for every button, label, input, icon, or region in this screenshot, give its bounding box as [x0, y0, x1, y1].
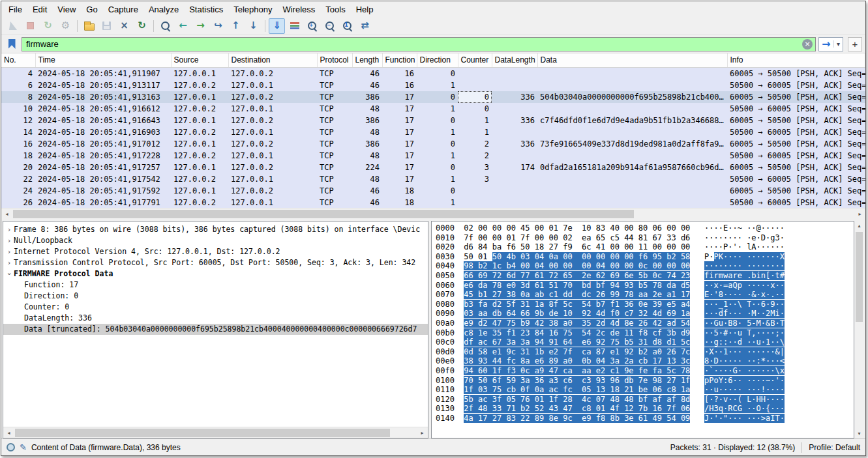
- hex-ascii-char[interactable]: n: [761, 271, 766, 280]
- hex-byte[interactable]: e1: [610, 347, 624, 356]
- hex-byte[interactable]: d1: [666, 337, 681, 347]
- column-header-function[interactable]: Function: [382, 53, 417, 67]
- hex-ascii-char[interactable]: ·: [719, 223, 723, 233]
- hex-ascii-char[interactable]: ·: [756, 281, 761, 290]
- hex-byte[interactable]: d6: [464, 242, 478, 251]
- hex-byte[interactable]: 3a: [506, 337, 520, 347]
- hex-byte[interactable]: b5: [624, 337, 638, 347]
- hex-ascii-char[interactable]: ·: [780, 281, 785, 290]
- hex-ascii-char[interactable]: g: [714, 337, 719, 347]
- hex-byte[interactable]: 00: [666, 261, 681, 270]
- hex-ascii-char[interactable]: H: [709, 404, 713, 413]
- hex-byte[interactable]: f6: [506, 242, 520, 251]
- column-header-counter[interactable]: Counter: [458, 53, 492, 67]
- hex-byte[interactable]: 5f: [506, 300, 520, 309]
- hex-byte[interactable]: 99: [610, 290, 624, 299]
- hex-byte[interactable]: 00: [582, 261, 596, 270]
- packet-row-24[interactable]: 242024-05-18 20:05:41,917592127.0.0.1127…: [1, 185, 865, 197]
- hex-byte[interactable]: 06: [653, 223, 667, 233]
- hex-ascii-char[interactable]: G: [732, 366, 737, 375]
- close-file-button[interactable]: ×: [116, 18, 132, 34]
- hex-ascii-char[interactable]: B: [770, 319, 775, 328]
- hex-byte[interactable]: 1f: [492, 366, 507, 375]
- menu-analyze[interactable]: Analyze: [143, 3, 184, 16]
- hex-byte[interactable]: e5: [666, 300, 681, 309]
- hex-byte[interactable]: f8: [638, 328, 653, 337]
- hex-byte[interactable]: 00: [478, 223, 492, 233]
- hex-byte[interactable]: c1: [548, 290, 563, 299]
- hex-ascii-char[interactable]: ·: [709, 309, 713, 318]
- hex-ascii-char[interactable]: .: [770, 290, 775, 299]
- hex-ascii-char[interactable]: x: [714, 281, 719, 290]
- hex-byte[interactable]: 10: [582, 223, 596, 233]
- hex-ascii-char[interactable]: ·: [751, 223, 756, 233]
- hex-byte[interactable]: 43: [548, 404, 563, 413]
- hex-ascii-char[interactable]: ·: [751, 252, 756, 261]
- hex-byte[interactable]: b2: [666, 252, 681, 261]
- hex-ascii-char[interactable]: ·: [780, 395, 785, 404]
- hex-ascii-char[interactable]: ·: [761, 261, 766, 270]
- hex-ascii-char[interactable]: g: [770, 233, 775, 242]
- hex-ascii-char[interactable]: H: [756, 395, 761, 404]
- hex-ascii-char[interactable]: d: [738, 337, 747, 347]
- packet-row-26[interactable]: 262024-05-18 20:05:41,917791127.0.0.2127…: [1, 197, 865, 208]
- hex-ascii-char[interactable]: e: [738, 271, 747, 280]
- hex-byte[interactable]: 00: [681, 242, 690, 251]
- hex-byte[interactable]: 65: [563, 271, 582, 280]
- expand-arrow-icon[interactable]: ›: [5, 246, 14, 257]
- hex-byte[interactable]: 58: [681, 252, 690, 261]
- hex-ascii-char[interactable]: ·: [719, 261, 723, 270]
- hex-ascii-char[interactable]: ·: [756, 233, 761, 242]
- hex-ascii-char[interactable]: 3: [714, 404, 719, 413]
- hex-byte[interactable]: 92: [624, 347, 638, 356]
- hex-byte[interactable]: 04: [535, 252, 549, 261]
- hex-ascii-char[interactable]: ·: [719, 328, 723, 337]
- hex-byte[interactable]: 27: [666, 376, 681, 385]
- hex-byte[interactable]: 66: [520, 309, 535, 318]
- hex-byte[interactable]: 0a: [520, 290, 535, 299]
- hex-byte[interactable]: 49: [653, 414, 667, 423]
- column-header-source[interactable]: Source: [171, 53, 228, 67]
- hex-byte[interactable]: 47: [492, 319, 507, 328]
- collapse-arrow-icon[interactable]: ›: [4, 270, 15, 279]
- hex-ascii-char[interactable]: ·: [709, 414, 713, 423]
- hex-byte[interactable]: a0: [653, 347, 667, 356]
- hex-byte[interactable]: 93: [624, 281, 638, 290]
- hex-byte[interactable]: ca: [582, 347, 596, 356]
- filter-bookmark-button[interactable]: [5, 37, 19, 51]
- hex-byte[interactable]: 4b: [506, 252, 520, 261]
- detail-line[interactable]: Data [truncated]: 504b03040a0000000000f6…: [3, 324, 428, 335]
- hex-ascii-char[interactable]: ·: [719, 281, 723, 290]
- hex-byte[interactable]: 00: [610, 242, 624, 251]
- hex-ascii-char[interactable]: ·: [780, 309, 785, 318]
- hex-ascii-char[interactable]: M: [770, 309, 775, 318]
- column-header-length[interactable]: Length: [352, 53, 382, 67]
- detail-line[interactable]: ›Null/Loopback: [3, 235, 428, 246]
- hex-ascii-char[interactable]: d: [719, 309, 723, 318]
- hex-byte[interactable]: 60: [478, 366, 492, 375]
- hex-byte[interactable]: 78: [653, 281, 667, 290]
- hex-byte[interactable]: b4: [506, 261, 520, 270]
- hex-ascii-char[interactable]: ·: [732, 356, 737, 365]
- hex-ascii-char[interactable]: \: [780, 337, 785, 347]
- hex-ascii-char[interactable]: \: [775, 366, 780, 375]
- hex-byte[interactable]: 00: [666, 242, 681, 251]
- hex-byte[interactable]: ac: [548, 385, 563, 394]
- column-header-time[interactable]: Time: [35, 53, 171, 67]
- hex-byte[interactable]: f6: [638, 252, 653, 261]
- menu-statistics[interactable]: Statistics: [184, 3, 228, 16]
- packet-row-18[interactable]: 182024-05-18 20:05:41,917228127.0.0.2127…: [1, 150, 865, 162]
- hex-ascii-char[interactable]: ·: [756, 385, 761, 394]
- hex-byte[interactable]: 6f: [492, 376, 507, 385]
- hex-byte[interactable]: 00: [582, 252, 596, 261]
- go-to-packet-button[interactable]: ↪: [210, 18, 226, 34]
- hex-ascii-char[interactable]: ·: [770, 252, 775, 261]
- hex-byte[interactable]: 75: [492, 385, 507, 394]
- hex-ascii-char[interactable]: ·: [751, 414, 756, 423]
- hex-byte[interactable]: ab: [535, 290, 549, 299]
- hex-ascii-char[interactable]: G: [714, 319, 719, 328]
- packet-row-12[interactable]: 122024-05-18 20:05:41,916643127.0.0.1127…: [1, 115, 865, 126]
- hex-ascii-char[interactable]: u: [738, 328, 747, 337]
- hex-ascii-char[interactable]: ·: [780, 385, 785, 394]
- hex-byte[interactable]: fc: [563, 385, 582, 394]
